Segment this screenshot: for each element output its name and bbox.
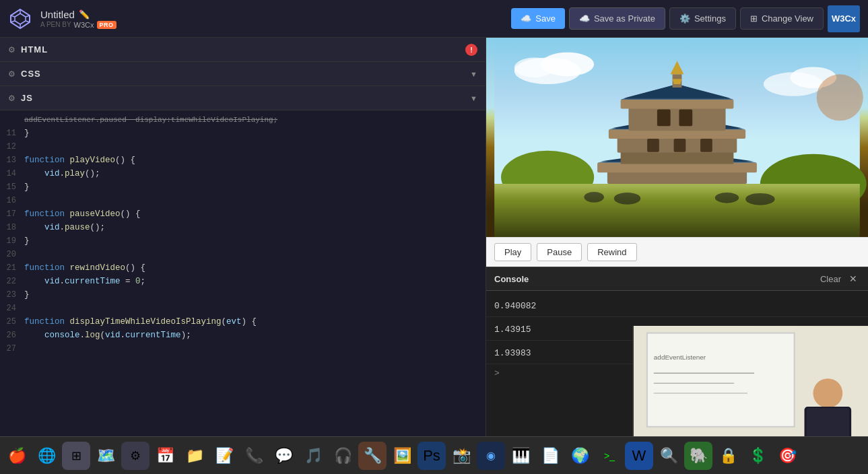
cloud-icon: ☁️: [521, 13, 531, 24]
dock-icon-currency[interactable]: 💲: [743, 442, 772, 470]
codepen-logo: [9, 8, 31, 30]
pen-title-text: Untitled: [40, 9, 75, 20]
table-row: 27: [0, 342, 486, 356]
dock-icon-folder[interactable]: 📁: [180, 442, 209, 470]
dock-icon-settings[interactable]: ⚙: [121, 442, 149, 470]
save-private-label: Save as Private: [594, 13, 655, 24]
pause-button[interactable]: Pause: [537, 243, 582, 261]
svg-rect-34: [679, 110, 692, 127]
svg-rect-44: [647, 333, 795, 427]
table-row: 22 vid.currentTime = 0;: [0, 275, 486, 288]
preview-image: [486, 38, 868, 237]
html-section-header[interactable]: ⚙ HTML !: [0, 38, 486, 62]
code-editor[interactable]: addEventListener.paused display:timeWhil…: [0, 110, 486, 450]
dock-icon-calendar[interactable]: 📅: [151, 442, 179, 470]
pagoda-illustration: [486, 38, 868, 237]
editor-panel: ⚙ HTML ! ⚙ CSS ▼ ⚙ JS ▼ addEventListener…: [0, 38, 486, 474]
author-name: W3Cx: [74, 21, 94, 29]
change-view-label: Change View: [762, 13, 813, 24]
svg-rect-36: [674, 139, 686, 152]
js-section-header[interactable]: ⚙ JS ▼: [0, 86, 486, 110]
logo: [8, 7, 32, 31]
dock-icon-finder[interactable]: 🍎: [3, 442, 31, 470]
console-header: Console Clear ✕: [486, 267, 868, 291]
save-button[interactable]: ☁️ Save: [511, 8, 565, 29]
dock-icon-midi[interactable]: 🎹: [506, 442, 535, 470]
console-actions: Clear ✕: [820, 272, 860, 285]
svg-rect-23: [609, 129, 745, 139]
dock-icon-screen[interactable]: 📸: [447, 442, 475, 470]
right-panel: Play Pause Rewind Console Clear ✕ 0.9400…: [486, 38, 868, 474]
settings-button[interactable]: ⚙️ Settings: [669, 7, 736, 30]
settings-label: Settings: [694, 13, 726, 24]
console-value-1: 0.940082: [486, 296, 868, 317]
dock-icon-photoshop[interactable]: Ps: [418, 442, 446, 470]
video-controls: Play Pause Rewind: [486, 237, 868, 267]
edit-icon: ✏️: [79, 9, 90, 20]
dock-icon-tools[interactable]: 🔧: [358, 442, 387, 470]
dock-icon-photos[interactable]: 🖼️: [388, 442, 416, 470]
html-error-badge: !: [465, 44, 477, 56]
table-row: 20: [0, 248, 486, 261]
table-row: 26 console.log(vid.currentTime);: [0, 329, 486, 342]
table-row: 19 }: [0, 234, 486, 248]
dock-icon-globe[interactable]: 🌍: [566, 442, 594, 470]
rewind-button[interactable]: Rewind: [587, 243, 636, 261]
dock-icon-terminal[interactable]: >_: [595, 442, 624, 470]
table-row: 15 }: [0, 180, 486, 194]
dock-icon-headphones[interactable]: 🎧: [329, 442, 357, 470]
dock-icon-evernote[interactable]: 🐘: [684, 442, 712, 470]
dock-icon-launchpad[interactable]: ⊞: [62, 442, 90, 470]
save-label: Save: [535, 13, 556, 24]
code-line-strikethrough: addEventListener.paused display:timeWhil…: [0, 113, 486, 127]
dock-icon-search[interactable]: 🔍: [655, 442, 683, 470]
dock-icon-notes[interactable]: 📝: [210, 442, 238, 470]
html-label: HTML: [21, 44, 48, 55]
pro-badge: PRO: [97, 21, 116, 29]
css-section-header[interactable]: ⚙ CSS ▼: [0, 62, 486, 86]
css-gear-icon: ⚙: [8, 69, 15, 79]
layout-icon: ⊞: [750, 13, 758, 24]
dock-icon-files[interactable]: 📄: [536, 442, 564, 470]
table-row: 11 }: [0, 127, 486, 140]
save-private-button[interactable]: ☁️ Save as Private: [569, 7, 665, 30]
svg-rect-16: [494, 184, 860, 237]
pen-title: Untitled ✏️: [40, 9, 506, 20]
table-row: 21 function rewindVideo() {: [0, 261, 486, 275]
table-row: 13 function playVideo() {: [0, 154, 486, 167]
html-gear-icon: ⚙: [8, 45, 15, 55]
svg-rect-33: [657, 110, 671, 127]
pen-subtitle: A PEN BY W3Cx PRO: [40, 21, 506, 29]
main-layout: ⚙ HTML ! ⚙ CSS ▼ ⚙ JS ▼ addEventListener…: [0, 38, 868, 474]
table-row: 25 function displayTimeWhileVideoIsPlayi…: [0, 315, 486, 329]
pen-by-label: A PEN BY: [40, 21, 71, 28]
dock-icon-map[interactable]: 🗺️: [92, 442, 120, 470]
gear-icon: ⚙️: [679, 13, 690, 24]
svg-rect-18: [597, 162, 757, 172]
table-row: 12: [0, 140, 486, 154]
svg-rect-35: [647, 139, 659, 152]
macos-dock: 🍎 🌐 ⊞ 🗺️ ⚙ 📅 📁 📝 📞 💬 🎵 🎧 🔧 🖼️ Ps 📸 ◉ 🎹 📄…: [0, 436, 868, 474]
dock-icon-safari[interactable]: ◉: [477, 442, 505, 470]
svg-point-42: [817, 74, 863, 121]
dock-icon-security[interactable]: 🔒: [714, 442, 742, 470]
svg-rect-27: [621, 100, 734, 109]
console-title: Console: [494, 274, 529, 284]
dock-icon-browser[interactable]: 🌐: [32, 442, 61, 470]
table-row: 16: [0, 194, 486, 207]
css-chevron-icon: ▼: [470, 70, 477, 78]
js-label: JS: [21, 93, 33, 103]
preview-area: Play Pause Rewind: [486, 38, 868, 267]
dock-icon-misc[interactable]: 🎯: [773, 442, 801, 470]
dock-icon-messages[interactable]: 💬: [269, 442, 298, 470]
table-row: 24: [0, 302, 486, 315]
clear-button[interactable]: Clear: [820, 274, 841, 284]
js-gear-icon: ⚙: [8, 94, 15, 103]
close-console-button[interactable]: ✕: [846, 272, 860, 285]
dock-icon-word[interactable]: W: [625, 442, 653, 470]
dock-icon-phone[interactable]: 📞: [240, 442, 268, 470]
play-button[interactable]: Play: [494, 243, 531, 261]
change-view-button[interactable]: ⊞ Change View: [740, 7, 824, 30]
dock-icon-music[interactable]: 🎵: [299, 442, 327, 470]
table-row: 23 }: [0, 288, 486, 302]
